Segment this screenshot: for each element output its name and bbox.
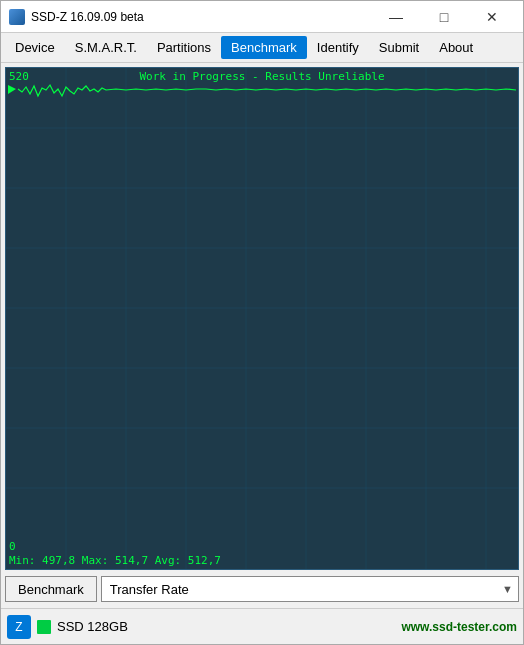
menu-item-device[interactable]: Device (5, 36, 65, 59)
website-link: www.ssd-tester.com (401, 620, 517, 634)
status-icon-text: Z (15, 620, 22, 634)
benchmark-button[interactable]: Benchmark (5, 576, 97, 602)
benchmark-graph: 520 Work in Progress - Results Unreliabl… (5, 67, 519, 570)
menu-item-benchmark[interactable]: Benchmark (221, 36, 307, 59)
graph-stats-text: Min: 497,8 Max: 514,7 Avg: 512,7 (9, 554, 221, 567)
graph-y-bottom-label: 0 (9, 540, 16, 553)
controls-row: Benchmark Transfer Rate IOPS Access Time… (5, 574, 519, 604)
main-content: 520 Work in Progress - Results Unreliabl… (1, 63, 523, 608)
status-bar: Z SSD 128GB www.ssd-tester.com (1, 608, 523, 644)
menu-bar: Device S.M.A.R.T. Partitions Benchmark I… (1, 33, 523, 63)
menu-item-submit[interactable]: Submit (369, 36, 429, 59)
minimize-button[interactable]: — (373, 4, 419, 30)
main-window: SSD-Z 16.09.09 beta — □ ✕ Device S.M.A.R… (0, 0, 524, 645)
maximize-button[interactable]: □ (421, 4, 467, 30)
graph-marker (8, 85, 16, 94)
ssd-label: SSD 128GB (57, 619, 395, 634)
menu-item-smart[interactable]: S.M.A.R.T. (65, 36, 147, 59)
app-status-icon: Z (7, 615, 31, 639)
close-button[interactable]: ✕ (469, 4, 515, 30)
graph-svg (6, 68, 518, 569)
app-icon (9, 9, 25, 25)
transfer-rate-dropdown-container: Transfer Rate IOPS Access Time ▼ (101, 576, 519, 602)
window-title: SSD-Z 16.09.09 beta (31, 10, 373, 24)
ssd-indicator (37, 620, 51, 634)
menu-item-about[interactable]: About (429, 36, 483, 59)
menu-item-partitions[interactable]: Partitions (147, 36, 221, 59)
graph-status-text: Work in Progress - Results Unreliable (6, 70, 518, 83)
menu-item-identify[interactable]: Identify (307, 36, 369, 59)
title-bar: SSD-Z 16.09.09 beta — □ ✕ (1, 1, 523, 33)
benchmark-line (18, 85, 516, 96)
window-controls: — □ ✕ (373, 4, 515, 30)
transfer-rate-dropdown[interactable]: Transfer Rate IOPS Access Time (101, 576, 519, 602)
